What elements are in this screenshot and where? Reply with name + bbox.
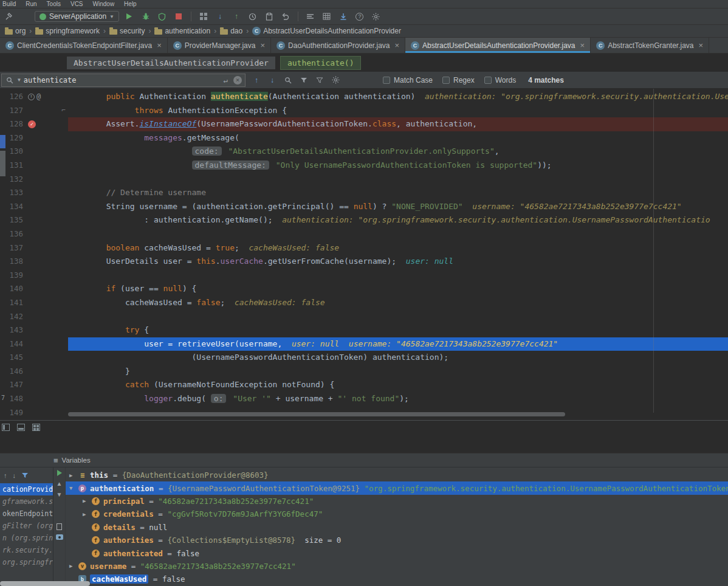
code-text[interactable]: defaultMessage: "Only UsernamePasswordAu…: [68, 159, 728, 173]
code-text[interactable]: [68, 227, 728, 241]
snapshot-icon[interactable]: [56, 534, 63, 540]
fold-icon[interactable]: ⌐: [61, 104, 66, 118]
code-text[interactable]: [68, 173, 728, 187]
components-icon[interactable]: [197, 11, 210, 22]
vcs-update-icon[interactable]: ↓: [214, 11, 226, 22]
variable-row-username[interactable]: ▶vusername = "46582ae7217343a8b252e3977e…: [66, 560, 728, 573]
code-text[interactable]: if (user == null) {: [68, 282, 728, 296]
breadcrumb-item[interactable]: springframework: [34, 27, 101, 35]
tab-close-icon[interactable]: ×: [394, 41, 399, 50]
search-history-icon[interactable]: ▼: [18, 77, 21, 83]
variable-row-this[interactable]: ▶≡this = {DaoAuthenticationProvider@8603…: [66, 469, 728, 481]
run-configuration-selector[interactable]: ServerApplication ▼: [35, 11, 119, 22]
variable-row-credentials[interactable]: ▶fcredentials = "cgGvf5Rotv7D76m9JaArfY3…: [66, 508, 728, 520]
horizontal-scrollbar[interactable]: [68, 412, 565, 416]
next-match-icon[interactable]: ↓: [267, 75, 277, 85]
stack-frame[interactable]: n (org.springfr: [0, 532, 53, 544]
code-text[interactable]: : authentication.getName(); authenticati…: [68, 213, 728, 227]
clear-search-icon[interactable]: ×: [233, 76, 242, 84]
stack-frame[interactable]: cationProvider: [0, 483, 53, 495]
code-text[interactable]: [68, 269, 728, 283]
editor-tab[interactable]: CAbstractTokenGranter.java×: [591, 38, 709, 53]
help-icon[interactable]: ?: [354, 11, 366, 22]
variable-row-principal[interactable]: ▶fprincipal = "46582ae7217343a8b252e3977…: [66, 495, 728, 508]
up-stack-icon[interactable]: ▲: [57, 480, 63, 487]
debug-tab-variables[interactable]: Variables: [62, 457, 91, 464]
code-text[interactable]: public Authentication authenticate(Authe…: [68, 90, 728, 104]
code-text[interactable]: user = retrieveUser(username, user: null…: [68, 337, 728, 351]
run-button[interactable]: [123, 11, 136, 22]
find-option-regex[interactable]: Regex: [442, 76, 475, 84]
add-occurrence-icon[interactable]: [315, 75, 325, 85]
editor-tab[interactable]: CAbstractUserDetailsAuthenticationProvid…: [405, 38, 591, 53]
breadcrumb-item[interactable]: CAbstractUserDetailsAuthenticationProvid…: [251, 27, 402, 35]
build-icon[interactable]: [2, 11, 15, 22]
variable-row-authenticated[interactable]: fauthenticated = false: [66, 546, 728, 559]
stack-frame[interactable]: okenEndpointF: [0, 508, 53, 520]
frames-scrollbar[interactable]: [0, 581, 90, 586]
variable-row-authorities[interactable]: fauthorities = {Collections$EmptyList@85…: [66, 534, 728, 546]
code-text[interactable]: code: "AbstractUserDetailsAuthentication…: [68, 145, 728, 159]
context-class-chip[interactable]: AbstractUserDetailsAuthenticationProvide…: [67, 57, 275, 69]
code-text[interactable]: try {: [68, 323, 728, 337]
code-text[interactable]: logger.debug( o: "User '" + username + "…: [68, 392, 728, 406]
variable-row-details[interactable]: fdetails = null: [66, 521, 728, 534]
undo-icon[interactable]: [280, 11, 292, 22]
code-editor[interactable]: 126↑@ public Authentication authenticate…: [0, 89, 728, 420]
code-text[interactable]: UserDetails user = this.userCache.getUse…: [68, 255, 728, 269]
minimize-icon[interactable]: [17, 424, 25, 431]
resume-icon[interactable]: [57, 470, 62, 476]
expander-icon[interactable]: ▶: [83, 511, 92, 517]
filter-results-icon[interactable]: [299, 75, 309, 85]
context-method-chip[interactable]: authenticate(): [280, 56, 362, 70]
history-icon[interactable]: [247, 11, 259, 22]
grid-icon[interactable]: [32, 424, 40, 431]
expander-icon[interactable]: ▶: [69, 563, 78, 569]
breadcrumb-item[interactable]: security: [108, 27, 146, 35]
breadcrumb-item[interactable]: dao: [219, 27, 244, 35]
menu-item-tools[interactable]: Tools: [47, 1, 61, 7]
search-query[interactable]: authenticate: [24, 76, 218, 84]
tab-close-icon[interactable]: ×: [260, 41, 265, 50]
checkbox[interactable]: [383, 77, 390, 84]
frames-down-icon[interactable]: ↓: [13, 472, 16, 479]
expander-icon[interactable]: ▶: [83, 498, 92, 504]
expander-icon[interactable]: ▼: [69, 485, 78, 491]
menu-item-help[interactable]: Help: [124, 1, 137, 7]
code-text[interactable]: boolean cacheWasUsed = true; cacheWasUse…: [68, 241, 728, 255]
tab-close-icon[interactable]: ×: [157, 41, 162, 50]
menu-item-window[interactable]: Window: [93, 1, 115, 7]
stack-frame[interactable]: gFilter (org.spr: [0, 520, 53, 532]
filter-icon[interactable]: [21, 472, 29, 479]
find-option-match-case[interactable]: Match Case: [383, 76, 433, 84]
tab-close-icon[interactable]: ×: [699, 41, 704, 50]
code-text[interactable]: messages.getMessage(: [68, 131, 728, 145]
code-text[interactable]: (UsernamePasswordAuthenticationToken) au…: [68, 351, 728, 365]
stop-button[interactable]: [173, 11, 185, 22]
frames-up-icon[interactable]: ↑: [4, 472, 7, 479]
settings-icon[interactable]: [370, 11, 382, 22]
stack-frame[interactable]: rk.security.web: [0, 544, 53, 556]
table-icon[interactable]: [321, 11, 333, 22]
vcs-commit-icon[interactable]: ↑: [230, 11, 242, 22]
new-watch-icon[interactable]: [57, 523, 62, 530]
expander-icon[interactable]: ▶: [69, 472, 78, 478]
code-text[interactable]: Assert.isInstanceOf(UsernamePasswordAuth…: [68, 117, 728, 131]
find-all-icon[interactable]: [283, 75, 293, 85]
layout-icon[interactable]: [2, 424, 10, 431]
tab-close-icon[interactable]: ×: [580, 41, 585, 50]
editor-tab[interactable]: CProviderManager.java×: [168, 38, 271, 53]
breadcrumb-item[interactable]: org: [4, 27, 27, 35]
search-input[interactable]: ▼ authenticate ↵ ×: [1, 74, 246, 87]
variable-row-authentication[interactable]: ▼pauthentication = {UsernamePasswordAuth…: [66, 481, 728, 494]
implements-icon[interactable]: ↑: [28, 94, 35, 100]
code-text[interactable]: // Determine username: [68, 186, 728, 200]
coverage-button[interactable]: [156, 11, 168, 22]
code-text[interactable]: throws AuthenticationException {: [68, 104, 728, 118]
menu-item-vcs[interactable]: VCS: [70, 1, 83, 7]
down-stack-icon[interactable]: ▼: [57, 491, 63, 498]
download-icon[interactable]: [337, 11, 349, 22]
breadcrumb-item[interactable]: authentication: [153, 27, 211, 35]
code-text[interactable]: [68, 310, 728, 324]
changes-icon[interactable]: [263, 11, 275, 22]
